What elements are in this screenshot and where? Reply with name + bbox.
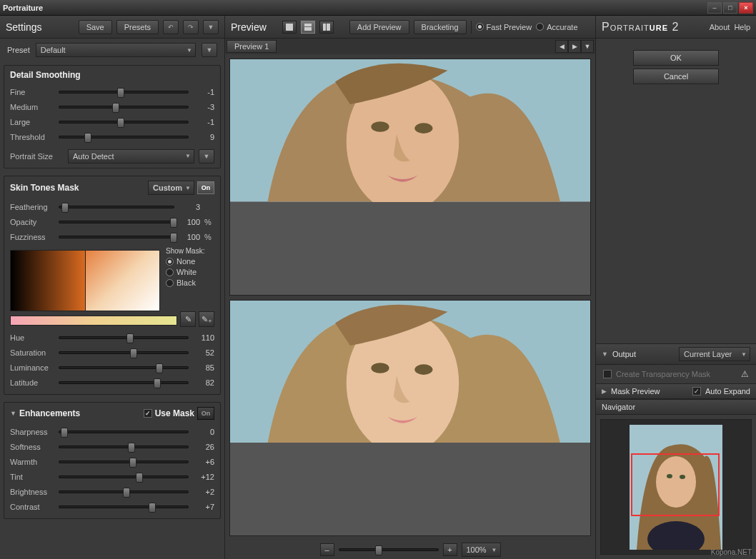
slider-thumb[interactable] — [154, 378, 161, 388]
slider-thumb[interactable] — [128, 443, 135, 453]
slider-thumb[interactable] — [156, 363, 163, 373]
sharpness-label: Sharpness — [10, 428, 54, 436]
redo-button[interactable]: ↷ — [183, 20, 199, 34]
tab-preview-1[interactable]: Preview 1 — [227, 40, 277, 53]
output-label: Output — [612, 350, 636, 358]
preview-panel: Preview Add Preview Bracketing Fast Prev… — [225, 16, 595, 559]
bracketing-button[interactable]: Bracketing — [414, 20, 467, 34]
preview-before[interactable] — [229, 59, 591, 296]
sharpness-slider[interactable] — [59, 430, 189, 433]
zoom-slider[interactable] — [339, 548, 439, 551]
preview-title: Preview — [231, 21, 267, 33]
hue-slider[interactable] — [59, 336, 189, 339]
color-gradient[interactable] — [10, 250, 160, 311]
about-link[interactable]: About — [710, 23, 730, 31]
slider-thumb[interactable] — [129, 458, 136, 468]
accurate-option[interactable]: Accurate — [536, 23, 577, 31]
detail-smoothing-title: Detail Smoothing — [10, 70, 214, 80]
slider-thumb[interactable] — [126, 333, 134, 343]
view-single-button[interactable] — [282, 21, 297, 34]
mask-black-option[interactable]: Black — [166, 278, 204, 287]
fine-slider-row: Fine -1 — [10, 84, 214, 99]
view-split-h-button[interactable] — [301, 21, 315, 34]
opacity-row: Opacity 100 % — [10, 214, 214, 229]
presets-button[interactable]: Presets — [116, 20, 159, 34]
settings-menu-button[interactable]: ▼ — [203, 20, 219, 34]
mask-none-option[interactable]: None — [166, 257, 204, 266]
slider-thumb[interactable] — [149, 503, 156, 513]
slider-thumb[interactable] — [375, 545, 382, 555]
help-link[interactable]: Help — [734, 23, 750, 31]
portrait-image-smoothed — [230, 301, 590, 443]
threshold-slider[interactable] — [59, 136, 189, 139]
view-split-v-button[interactable] — [319, 21, 334, 34]
preset-dropdown[interactable]: Default — [36, 43, 196, 57]
tint-slider[interactable] — [59, 475, 189, 478]
luminance-slider[interactable] — [59, 366, 189, 369]
expand-icon[interactable]: ▼ — [10, 410, 16, 417]
skin-mode-dropdown[interactable]: Custom — [148, 181, 194, 195]
preview-after[interactable] — [229, 300, 591, 537]
large-slider[interactable] — [59, 121, 189, 124]
tab-menu-button[interactable]: ▼ — [581, 40, 594, 53]
mask-white-option[interactable]: White — [166, 268, 204, 276]
slider-thumb[interactable] — [61, 428, 68, 438]
slider-thumb[interactable] — [84, 133, 91, 143]
slider-thumb[interactable] — [112, 103, 119, 113]
latitude-slider[interactable] — [59, 381, 189, 384]
slider-thumb[interactable] — [170, 233, 177, 243]
preset-menu-button[interactable]: ▼ — [202, 43, 217, 57]
skin-on-toggle[interactable]: On — [197, 181, 214, 194]
use-mask-checkbox[interactable] — [144, 409, 152, 418]
close-button[interactable]: × — [739, 2, 753, 14]
maximize-button[interactable]: □ — [723, 2, 737, 14]
zoom-dropdown[interactable]: 100% — [462, 543, 501, 557]
fine-value: -1 — [193, 88, 214, 96]
contrast-slider[interactable] — [59, 505, 189, 508]
slider-thumb[interactable] — [170, 218, 177, 228]
enhancements-on-toggle[interactable]: On — [197, 407, 214, 420]
zoom-in-button[interactable]: + — [443, 543, 457, 556]
medium-slider[interactable] — [59, 106, 189, 109]
warmth-label: Warmth — [10, 458, 54, 466]
navigator-box[interactable] — [600, 419, 752, 555]
navigator-viewport[interactable] — [631, 453, 720, 516]
output-dropdown[interactable]: Current Layer — [679, 347, 750, 361]
slider-thumb[interactable] — [130, 348, 137, 358]
eyedropper-button[interactable]: ✎ — [180, 311, 196, 327]
slider-thumb[interactable] — [117, 118, 124, 128]
slider-thumb[interactable] — [61, 203, 69, 213]
eyedropper-add-button[interactable]: ✎₊ — [199, 311, 214, 327]
minimize-button[interactable]: – — [707, 2, 722, 14]
portrait-size-dropdown[interactable]: Auto Detect — [68, 149, 194, 163]
slider-thumb[interactable] — [117, 88, 124, 98]
tab-next-button[interactable]: ▶ — [568, 40, 581, 53]
skin-tones-header: Skin Tones Mask Custom On — [10, 181, 214, 195]
fine-slider[interactable] — [59, 91, 189, 94]
skin-tones-title: Skin Tones Mask — [10, 183, 79, 193]
auto-expand-checkbox[interactable] — [692, 387, 701, 396]
action-buttons: OK Cancel — [596, 39, 756, 96]
saturation-slider[interactable] — [59, 351, 189, 354]
mask-preview-header[interactable]: ▶ Mask Preview Auto Expand — [596, 383, 756, 399]
brightness-slider[interactable] — [59, 490, 189, 493]
slider-thumb[interactable] — [123, 488, 130, 498]
feathering-slider[interactable] — [59, 206, 174, 208]
opacity-slider[interactable] — [59, 221, 174, 223]
slider-thumb[interactable] — [136, 473, 143, 483]
tab-prev-button[interactable]: ◀ — [555, 40, 568, 53]
softness-slider[interactable] — [59, 445, 189, 448]
add-preview-button[interactable]: Add Preview — [349, 20, 409, 34]
save-button[interactable]: Save — [79, 20, 112, 34]
fuzziness-slider[interactable] — [59, 236, 174, 238]
warmth-slider[interactable] — [59, 460, 189, 463]
transparency-checkbox[interactable] — [603, 370, 612, 378]
output-section-header[interactable]: ▼ Output Current Layer — [596, 343, 756, 365]
undo-button[interactable]: ↶ — [163, 20, 179, 34]
color-band[interactable] — [10, 316, 177, 326]
fast-preview-option[interactable]: Fast Preview — [476, 23, 532, 31]
zoom-out-button[interactable]: – — [320, 543, 334, 556]
ok-button[interactable]: OK — [633, 50, 719, 66]
portrait-size-menu[interactable]: ▼ — [199, 149, 214, 163]
cancel-button[interactable]: Cancel — [633, 69, 719, 84]
